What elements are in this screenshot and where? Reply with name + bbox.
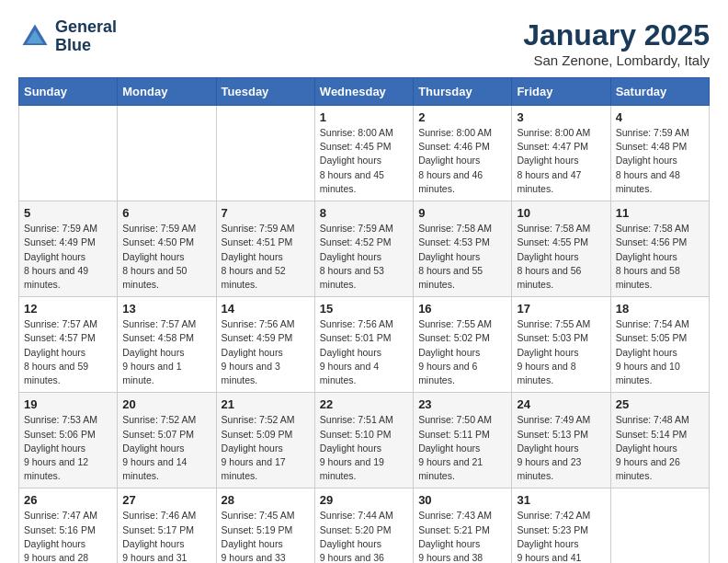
page-header: General Blue January 2025 San Zenone, Lo…: [18, 18, 710, 68]
calendar-cell: 2 Sunrise: 8:00 AMSunset: 4:46 PMDayligh…: [414, 106, 512, 201]
calendar-cell: 14 Sunrise: 7:56 AMSunset: 4:59 PMDaylig…: [216, 297, 314, 393]
day-info: Sunrise: 7:44 AMSunset: 5:20 PMDaylight …: [320, 510, 393, 563]
day-number: 15: [320, 302, 408, 316]
day-number: 22: [320, 397, 408, 411]
day-number: 1: [320, 110, 408, 124]
day-info: Sunrise: 8:00 AMSunset: 4:47 PMDaylight …: [517, 127, 590, 194]
day-number: 2: [418, 110, 506, 124]
day-info: Sunrise: 7:53 AMSunset: 5:06 PMDaylight …: [24, 414, 97, 481]
weekday-header: Monday: [118, 78, 216, 106]
weekday-header: Saturday: [610, 78, 709, 106]
day-info: Sunrise: 7:57 AMSunset: 4:58 PMDaylight …: [122, 318, 196, 385]
weekday-header: Tuesday: [216, 78, 314, 106]
day-info: Sunrise: 7:48 AMSunset: 5:14 PMDaylight …: [616, 414, 689, 481]
calendar-cell: 12 Sunrise: 7:57 AMSunset: 4:57 PMDaylig…: [19, 297, 118, 393]
calendar-cell: 19 Sunrise: 7:53 AMSunset: 5:06 PMDaylig…: [19, 393, 118, 488]
calendar-week: 1 Sunrise: 8:00 AMSunset: 4:45 PMDayligh…: [19, 106, 710, 201]
day-number: 10: [517, 206, 605, 220]
weekday-header: Friday: [512, 78, 610, 106]
location: San Zenone, Lombardy, Italy: [523, 52, 710, 68]
day-number: 4: [616, 110, 704, 124]
logo-text: General Blue: [55, 18, 117, 55]
calendar-cell: 25 Sunrise: 7:48 AMSunset: 5:14 PMDaylig…: [610, 393, 709, 488]
day-info: Sunrise: 7:52 AMSunset: 5:09 PMDaylight …: [222, 414, 295, 481]
day-number: 27: [122, 493, 210, 507]
day-info: Sunrise: 7:43 AMSunset: 5:21 PMDaylight …: [418, 510, 492, 563]
calendar-cell: 24 Sunrise: 7:49 AMSunset: 5:13 PMDaylig…: [512, 393, 610, 488]
day-number: 19: [24, 397, 112, 411]
day-info: Sunrise: 7:42 AMSunset: 5:23 PMDaylight …: [517, 510, 590, 563]
calendar-cell: 1 Sunrise: 8:00 AMSunset: 4:45 PMDayligh…: [314, 106, 413, 201]
calendar-week: 26 Sunrise: 7:47 AMSunset: 5:16 PMDaylig…: [19, 488, 710, 563]
calendar-cell: 4 Sunrise: 7:59 AMSunset: 4:48 PMDayligh…: [610, 106, 709, 201]
day-number: 11: [616, 206, 704, 220]
calendar-cell: 17 Sunrise: 7:55 AMSunset: 5:03 PMDaylig…: [512, 297, 610, 393]
calendar-cell: 23 Sunrise: 7:50 AMSunset: 5:11 PMDaylig…: [414, 393, 512, 488]
calendar-cell: 20 Sunrise: 7:52 AMSunset: 5:07 PMDaylig…: [118, 393, 216, 488]
day-number: 3: [517, 110, 605, 124]
calendar-cell: 26 Sunrise: 7:47 AMSunset: 5:16 PMDaylig…: [19, 488, 118, 563]
day-info: Sunrise: 7:45 AMSunset: 5:19 PMDaylight …: [222, 510, 295, 563]
calendar-body: 1 Sunrise: 8:00 AMSunset: 4:45 PMDayligh…: [19, 106, 710, 564]
day-info: Sunrise: 7:55 AMSunset: 5:03 PMDaylight …: [517, 318, 590, 385]
calendar-cell: [610, 488, 709, 563]
day-number: 12: [24, 302, 112, 316]
weekday-header: Sunday: [19, 78, 118, 106]
day-info: Sunrise: 8:00 AMSunset: 4:46 PMDaylight …: [418, 127, 492, 194]
weekday-row: SundayMondayTuesdayWednesdayThursdayFrid…: [19, 78, 710, 106]
logo-icon: [18, 20, 51, 53]
day-number: 17: [517, 302, 605, 316]
calendar-cell: 13 Sunrise: 7:57 AMSunset: 4:58 PMDaylig…: [118, 297, 216, 393]
day-number: 28: [222, 493, 310, 507]
calendar-cell: 5 Sunrise: 7:59 AMSunset: 4:49 PMDayligh…: [19, 201, 118, 297]
day-number: 24: [517, 397, 605, 411]
calendar-cell: 6 Sunrise: 7:59 AMSunset: 4:50 PMDayligh…: [118, 201, 216, 297]
calendar-cell: 30 Sunrise: 7:43 AMSunset: 5:21 PMDaylig…: [414, 488, 512, 563]
day-number: 14: [222, 302, 310, 316]
day-info: Sunrise: 7:58 AMSunset: 4:53 PMDaylight …: [418, 223, 492, 290]
day-info: Sunrise: 7:47 AMSunset: 5:16 PMDaylight …: [24, 510, 97, 563]
calendar-cell: 7 Sunrise: 7:59 AMSunset: 4:51 PMDayligh…: [216, 201, 314, 297]
calendar-cell: [19, 106, 118, 201]
day-info: Sunrise: 7:46 AMSunset: 5:17 PMDaylight …: [122, 510, 196, 563]
day-number: 8: [320, 206, 408, 220]
day-number: 25: [616, 397, 704, 411]
day-number: 31: [517, 493, 605, 507]
day-info: Sunrise: 7:57 AMSunset: 4:57 PMDaylight …: [24, 318, 97, 385]
day-info: Sunrise: 7:56 AMSunset: 5:01 PMDaylight …: [320, 318, 393, 385]
day-info: Sunrise: 7:55 AMSunset: 5:02 PMDaylight …: [418, 318, 492, 385]
day-info: Sunrise: 7:58 AMSunset: 4:55 PMDaylight …: [517, 223, 590, 290]
calendar-table: SundayMondayTuesdayWednesdayThursdayFrid…: [18, 77, 710, 563]
calendar-week: 12 Sunrise: 7:57 AMSunset: 4:57 PMDaylig…: [19, 297, 710, 393]
calendar-cell: 8 Sunrise: 7:59 AMSunset: 4:52 PMDayligh…: [314, 201, 413, 297]
calendar-cell: 21 Sunrise: 7:52 AMSunset: 5:09 PMDaylig…: [216, 393, 314, 488]
calendar-cell: 10 Sunrise: 7:58 AMSunset: 4:55 PMDaylig…: [512, 201, 610, 297]
title-block: January 2025 San Zenone, Lombardy, Italy: [523, 18, 710, 68]
day-info: Sunrise: 7:50 AMSunset: 5:11 PMDaylight …: [418, 414, 492, 481]
day-info: Sunrise: 7:58 AMSunset: 4:56 PMDaylight …: [616, 223, 689, 290]
day-number: 26: [24, 493, 112, 507]
calendar-cell: 31 Sunrise: 7:42 AMSunset: 5:23 PMDaylig…: [512, 488, 610, 563]
day-info: Sunrise: 7:49 AMSunset: 5:13 PMDaylight …: [517, 414, 590, 481]
month-title: January 2025: [523, 18, 710, 52]
calendar-cell: [118, 106, 216, 201]
day-number: 30: [418, 493, 506, 507]
day-info: Sunrise: 7:59 AMSunset: 4:48 PMDaylight …: [616, 127, 689, 194]
day-info: Sunrise: 8:00 AMSunset: 4:45 PMDaylight …: [320, 127, 393, 194]
day-info: Sunrise: 7:56 AMSunset: 4:59 PMDaylight …: [222, 318, 295, 385]
calendar-cell: 15 Sunrise: 7:56 AMSunset: 5:01 PMDaylig…: [314, 297, 413, 393]
calendar-cell: 3 Sunrise: 8:00 AMSunset: 4:47 PMDayligh…: [512, 106, 610, 201]
day-number: 20: [122, 397, 210, 411]
day-info: Sunrise: 7:59 AMSunset: 4:50 PMDaylight …: [122, 223, 196, 290]
calendar-cell: [216, 106, 314, 201]
calendar-cell: 18 Sunrise: 7:54 AMSunset: 5:05 PMDaylig…: [610, 297, 709, 393]
calendar-cell: 29 Sunrise: 7:44 AMSunset: 5:20 PMDaylig…: [314, 488, 413, 563]
day-number: 6: [122, 206, 210, 220]
day-info: Sunrise: 7:59 AMSunset: 4:49 PMDaylight …: [24, 223, 97, 290]
day-number: 16: [418, 302, 506, 316]
calendar-header: SundayMondayTuesdayWednesdayThursdayFrid…: [19, 78, 710, 106]
day-number: 5: [24, 206, 112, 220]
day-number: 7: [222, 206, 310, 220]
calendar-cell: 28 Sunrise: 7:45 AMSunset: 5:19 PMDaylig…: [216, 488, 314, 563]
day-info: Sunrise: 7:59 AMSunset: 4:52 PMDaylight …: [320, 223, 393, 290]
